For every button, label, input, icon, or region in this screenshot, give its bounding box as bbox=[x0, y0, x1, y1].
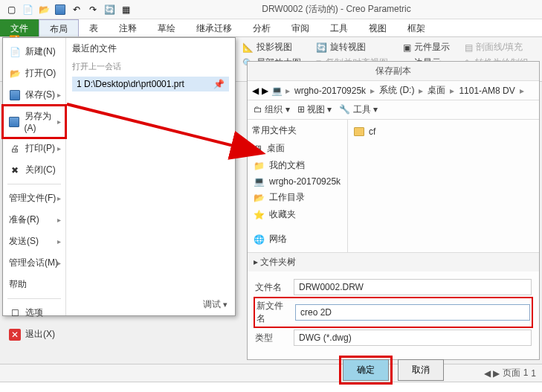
pin-icon[interactable]: 📌 bbox=[213, 79, 225, 89]
menu-close[interactable]: ✖关闭(C) bbox=[3, 159, 65, 181]
open-icon[interactable]: 📂 bbox=[37, 3, 51, 16]
ribbon-hatch: ▤ 剖面线/填充 bbox=[462, 40, 532, 54]
save-copy-dialog: 保存副本 ◀ ▶ 💻▸ wrgho-20170925k▸ 系统 (D:)▸ 桌面… bbox=[247, 61, 540, 360]
save-icon[interactable] bbox=[54, 3, 67, 16]
label-type: 类型 bbox=[255, 332, 288, 344]
crumb-host[interactable]: wrgho-20170925k bbox=[293, 86, 367, 96]
recent-sub: 打开上一会话 bbox=[72, 58, 229, 77]
side-host[interactable]: 💻 wrgho-20170925k bbox=[252, 174, 343, 189]
tab-view[interactable]: 视图 bbox=[358, 19, 397, 36]
dialog-breadcrumb: ◀ ▶ 💻▸ wrgho-20170925k▸ 系统 (D:)▸ 桌面▸ 110… bbox=[248, 81, 539, 100]
tab-review[interactable]: 审阅 bbox=[281, 19, 320, 36]
row-newfilename: 新文件名 creo 2D bbox=[255, 298, 532, 327]
menu-open[interactable]: 📂打开(O) bbox=[3, 62, 65, 84]
recent-file-1[interactable]: 1 D:\Desktop\dr\prt0001.prt📌 bbox=[72, 77, 229, 91]
folder-tree-toggle[interactable]: ▸ 文件夹树 bbox=[248, 252, 539, 271]
menu-new[interactable]: 📄新建(N) bbox=[3, 41, 65, 62]
menu-send[interactable]: 发送(S)▸ bbox=[3, 231, 65, 252]
folder-icon bbox=[354, 127, 364, 136]
new-icon[interactable]: 📄 bbox=[21, 3, 34, 16]
dialog-title: 保存副本 bbox=[248, 62, 539, 81]
windows-icon[interactable]: ▦ bbox=[119, 3, 132, 16]
ribbon-rotate-view[interactable]: 🔄 旋转视图 bbox=[313, 40, 391, 54]
tab-frame[interactable]: 框架 bbox=[397, 19, 436, 36]
input-filename[interactable]: DRW0002.DRW bbox=[294, 279, 532, 295]
tab-tools[interactable]: 工具 bbox=[320, 19, 358, 36]
app-icon: ▢ bbox=[4, 3, 18, 16]
menu-save[interactable]: 保存(S)▸ bbox=[3, 84, 65, 106]
nav-back-icon[interactable]: ◀ bbox=[252, 86, 259, 96]
menu-exit[interactable]: ✕退出(X) bbox=[3, 324, 65, 345]
tool-tools[interactable]: 🔧 工具 ▾ bbox=[339, 103, 378, 116]
dialog-sidebar: 常用文件夹 🖥 桌面 📁 我的文档 💻 wrgho-20170925k 📂 工作… bbox=[248, 120, 348, 252]
tab-annot[interactable]: 注释 bbox=[109, 19, 147, 36]
quick-access-toolbar: ▢ 📄 📂 ↶ ↷ 🔄 ▦ DRW0002 (活动的) - Creo Param… bbox=[0, 0, 542, 19]
tool-views[interactable]: ⊞ 视图 ▾ bbox=[297, 103, 332, 116]
crumb-drive[interactable]: 系统 (D:) bbox=[378, 84, 416, 97]
computer-icon[interactable]: 💻 bbox=[271, 86, 283, 96]
ribbon-tabs: 文件 布局 表 注释 草绘 继承迁移 分析 审阅 工具 视图 框架 bbox=[0, 19, 542, 37]
menu-prepare[interactable]: 准备(R)▸ bbox=[3, 209, 65, 231]
file-menu: 📄新建(N) 📂打开(O) 保存(S)▸ 另存为(A)▸ 🖨打印(P)▸ ✖关闭… bbox=[2, 37, 236, 316]
tool-organize[interactable]: 🗀 组织 ▾ bbox=[254, 103, 290, 116]
menu-print[interactable]: 🖨打印(P)▸ bbox=[3, 138, 65, 159]
side-fav[interactable]: ⭐ 收藏夹 bbox=[252, 206, 343, 223]
label-filename: 文件名 bbox=[255, 281, 288, 294]
row-type: 类型 DWG (*.dwg) bbox=[255, 330, 532, 346]
tab-analysis[interactable]: 分析 bbox=[242, 19, 281, 36]
tab-layout[interactable]: 布局 bbox=[39, 19, 79, 36]
tab-table[interactable]: 表 bbox=[79, 19, 109, 36]
ribbon-comp-disp[interactable]: ▣ 元件显示 bbox=[400, 40, 453, 54]
ok-button[interactable]: 确定 bbox=[343, 359, 389, 381]
undo-icon[interactable]: ↶ bbox=[70, 3, 83, 16]
dialog-file-list[interactable]: cf bbox=[348, 120, 539, 252]
side-network[interactable]: 🌐 网络 bbox=[252, 231, 343, 248]
side-mydocs[interactable]: 📁 我的文档 bbox=[252, 157, 343, 174]
side-workdir[interactable]: 📂 工作目录 bbox=[252, 189, 343, 206]
input-newfilename[interactable]: creo 2D bbox=[295, 304, 530, 321]
row-filename: 文件名 DRW0002.DRW bbox=[255, 279, 532, 295]
app-title: DRW0002 (活动的) - Creo Parametric bbox=[134, 3, 539, 16]
side-header: 常用文件夹 bbox=[252, 124, 343, 137]
recent-header: 最近的文件 bbox=[72, 42, 229, 55]
menu-debug[interactable]: 调试 ▾ bbox=[203, 298, 228, 311]
regen-icon[interactable]: 🔄 bbox=[103, 3, 116, 16]
tab-inherit[interactable]: 继承迁移 bbox=[186, 19, 242, 36]
select-type[interactable]: DWG (*.dwg) bbox=[294, 330, 532, 346]
crumb-folder[interactable]: 1101-AM8 DV bbox=[457, 86, 516, 96]
nav-fwd-icon[interactable]: ▶ bbox=[262, 86, 268, 96]
menu-options[interactable]: ☐选项 bbox=[3, 302, 65, 324]
menu-save-as[interactable]: 另存为(A)▸ bbox=[3, 106, 65, 138]
dialog-toolbar: 🗀 组织 ▾ ⊞ 视图 ▾ 🔧 工具 ▾ bbox=[248, 100, 539, 120]
list-item[interactable]: cf bbox=[352, 124, 535, 139]
tab-file[interactable]: 文件 bbox=[0, 19, 39, 36]
side-desktop[interactable]: 🖥 桌面 bbox=[252, 140, 343, 157]
menu-manage-session[interactable]: 管理会话(M)▸ bbox=[3, 252, 65, 274]
label-newfilename: 新文件名 bbox=[257, 300, 289, 325]
ribbon-proj-view[interactable]: 📐 投影视图 bbox=[239, 40, 304, 54]
redo-icon[interactable]: ↷ bbox=[86, 3, 100, 16]
crumb-desktop[interactable]: 桌面 bbox=[426, 84, 447, 97]
menu-manage-file[interactable]: 管理文件(F)▸ bbox=[3, 187, 65, 209]
cancel-button[interactable]: 取消 bbox=[398, 359, 444, 381]
tab-sketch[interactable]: 草绘 bbox=[147, 19, 186, 36]
menu-help[interactable]: 帮助 bbox=[3, 274, 65, 295]
